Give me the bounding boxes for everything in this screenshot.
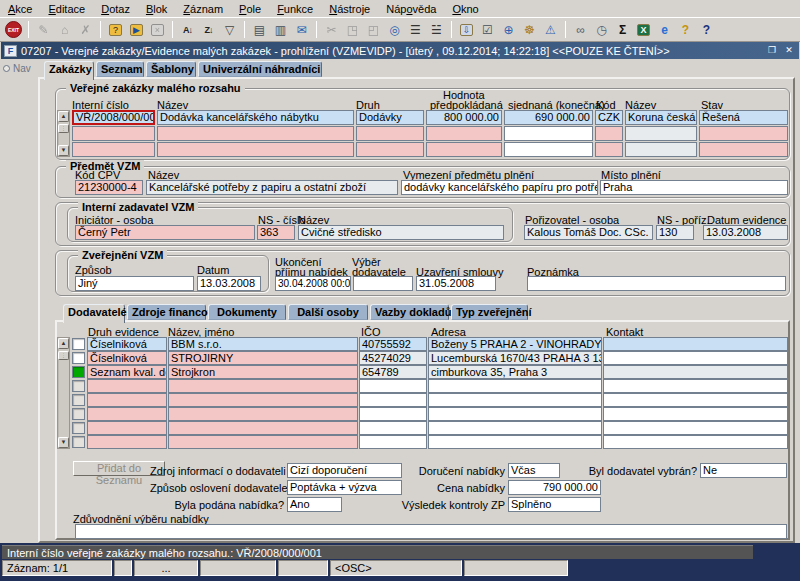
cell-ico[interactable] [359,407,427,421]
cell-nazev-jmeno[interactable] [168,435,358,449]
cell-nazev-jmeno[interactable]: STROJIRNY [168,351,358,365]
menu-funkce[interactable]: Funkce [269,1,321,17]
alert-icon[interactable]: ⚠ [541,20,560,39]
field-kod-empty[interactable] [595,142,623,157]
scroll-down-icon[interactable]: ▼ [58,145,69,156]
field-predpokladana-empty[interactable] [426,142,502,157]
field-zpusob[interactable]: Jiný [75,276,194,291]
cell-kontakt[interactable] [603,379,788,393]
cell-adresa[interactable] [428,435,602,449]
subtab-dodavatele[interactable]: Dodavatelé [63,304,125,323]
field-hodnota-predpokladana[interactable]: 800 000.00 [426,110,502,125]
field-ns-cislo[interactable]: 363 [257,225,295,240]
row-checkbox[interactable] [72,338,85,350]
row-checkbox[interactable] [72,394,85,406]
cell-adresa[interactable] [428,379,602,393]
field-zduvodneni[interactable] [75,524,787,539]
tab-zakazky[interactable]: Zakázky [44,61,94,80]
field-byla-podana[interactable]: Ano [287,497,342,512]
cell-kontakt[interactable] [603,337,788,351]
cell-druh-evidence[interactable] [87,435,167,449]
row-checkbox[interactable] [72,408,85,420]
clock-icon[interactable]: ◷ [592,20,611,39]
cell-druh-evidence[interactable] [87,379,167,393]
sort-descending-icon[interactable]: Z↓ [199,20,218,39]
field-datum[interactable]: 13.03.2008 [197,276,261,291]
row-checkbox[interactable] [72,422,85,434]
field-ukonceni[interactable]: 30.04.2008 00:00 [275,276,351,291]
subtab-vazby-dokladu[interactable]: Vazby dokladů [370,304,449,320]
cell-ico[interactable] [359,421,427,435]
field-sjednana-empty[interactable] [504,142,593,157]
cell-druh-evidence[interactable] [87,407,167,421]
cell-adresa[interactable]: cimburkova 35, Praha 3 [428,365,602,379]
cell-nazev-jmeno[interactable] [168,379,358,393]
cell-ico[interactable]: 40755592 [359,337,427,351]
field-predmet-nazev[interactable]: Kancelářské potřeby z papiru a ostatní z… [146,180,398,195]
subtab-typ-zverejneni[interactable]: Typ zveřejnění [451,304,528,320]
help-coins-icon[interactable]: ? [676,20,695,39]
suppliers-scrollbar[interactable]: ▲ ⋮ ▼ [57,337,70,449]
cell-kontakt[interactable] [603,421,788,435]
tab-univerzalni-nahradnici[interactable]: Univerzální náhradníci [198,61,322,77]
field-interni-cislo-empty[interactable] [72,126,155,141]
cell-druh-evidence[interactable] [87,421,167,435]
cell-kontakt[interactable] [603,351,788,365]
field-interni-cislo-empty[interactable] [72,142,155,157]
field-stav-empty[interactable] [699,142,788,157]
cell-ico[interactable]: 654789 [359,365,427,379]
field-kod-cpv[interactable]: 21230000-4 [75,180,143,195]
cell-ico[interactable] [359,379,427,393]
zoom-icon[interactable]: ◎ [385,20,404,39]
field-zdroj-informaci[interactable]: Cizí doporučení [287,463,402,478]
menu-nastroje[interactable]: Nástroje [321,1,378,17]
list-tree-icon[interactable]: ☱ [427,20,446,39]
field-mena-empty[interactable] [625,142,697,157]
menu-okno[interactable]: Okno [444,1,486,17]
field-vysledek-kontroly[interactable]: Splněno [508,497,601,512]
cell-nazev-jmeno[interactable] [168,393,358,407]
field-druh-empty[interactable] [356,142,424,157]
subtab-dokumenty[interactable]: Dokumenty [208,304,286,320]
subtab-dalsi-osoby[interactable]: Další osoby [288,304,368,320]
cell-nazev-jmeno[interactable] [168,407,358,421]
document-check-icon[interactable]: ☑ [478,20,497,39]
excel-icon[interactable]: X [634,20,653,39]
cell-druh-evidence[interactable]: Číselniková [87,337,167,351]
field-zadavatel-nazev[interactable]: Cvičné středisko [298,225,504,240]
scroll-up-icon[interactable]: ▲ [58,338,69,349]
cell-adresa[interactable] [428,393,602,407]
field-stav[interactable]: Řešená [699,110,788,125]
field-doruceni-nabidky[interactable]: Včas [508,463,560,478]
field-zpusob-osloveni[interactable]: Poptávka + výzva [287,480,402,495]
cell-adresa[interactable]: Boženy 5 PRAHA 2 - VINOHRADY 120 00 [428,337,602,351]
cell-kontakt[interactable] [603,393,788,407]
subtab-zdroje-financovani[interactable]: Zdroje financování [127,304,206,320]
field-mena-nazev[interactable]: Koruna česká [625,110,697,125]
filter-icon[interactable]: ▽ [220,20,239,39]
cell-nazev-jmeno[interactable] [168,421,358,435]
field-cena-nabidky[interactable]: 790 000.00 [508,480,601,495]
menu-akce[interactable]: Akce [0,1,40,17]
field-nazev-empty[interactable] [157,142,354,157]
keys-icon[interactable]: ∞ [571,20,590,39]
field-iniciator[interactable]: Černý Petr [75,225,255,240]
list-icon[interactable]: ☰ [406,20,425,39]
scroll-down-icon[interactable]: ▼ [58,437,69,448]
field-hodnota-sjednana[interactable]: 690 000.00 [504,110,593,125]
enter-query-icon[interactable]: ? [106,20,125,39]
cell-kontakt[interactable] [603,407,788,421]
help-icon[interactable]: ? [697,20,716,39]
cell-nazev-jmeno[interactable]: BBM s.r.o. [168,337,358,351]
field-interni-cislo[interactable]: VŘ/2008/000/001 [72,110,155,125]
row-checkbox[interactable] [72,436,85,448]
cell-kontakt[interactable] [603,365,788,379]
cell-druh-evidence[interactable]: Číselniková [87,351,167,365]
scroll-up-icon[interactable]: ▲ [58,111,69,122]
print-icon[interactable]: ▤ [250,20,269,39]
field-misto-plneni[interactable]: Praha [600,180,788,195]
browser-icon[interactable]: e [655,20,674,39]
globe-icon[interactable]: ⊕ [499,20,518,39]
field-porizovatel[interactable]: Kalous Tomáš Doc. CSc. [524,225,653,240]
menu-blok[interactable]: Blok [138,1,175,17]
